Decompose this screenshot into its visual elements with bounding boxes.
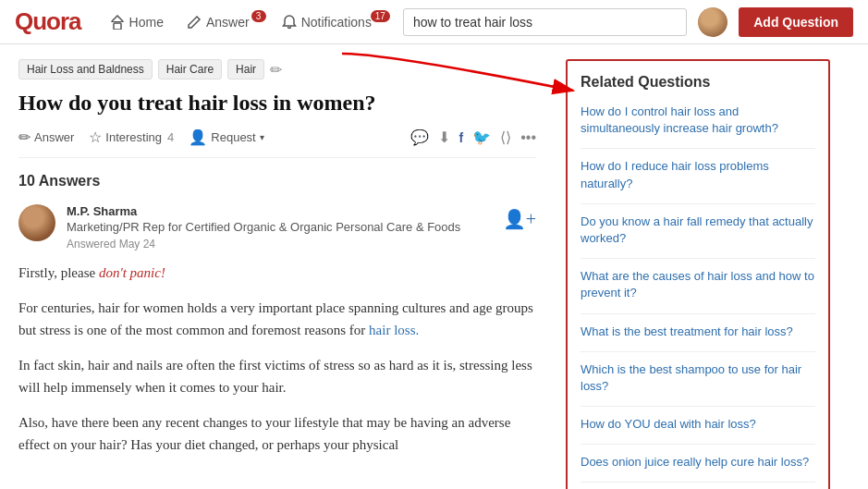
divider-3 bbox=[581, 313, 815, 314]
related-link-1[interactable]: How do I reduce hair loss problems natur… bbox=[581, 158, 815, 191]
nav-home-label: Home bbox=[129, 15, 164, 30]
logo[interactable]: Quora bbox=[15, 7, 81, 36]
nav-bar: Home Answer 3 Notifications 17 bbox=[100, 8, 392, 36]
follow-icon[interactable]: 👤+ bbox=[503, 208, 536, 251]
svg-rect-1 bbox=[114, 23, 121, 30]
answer-para-0: Firstly, please don't panic! bbox=[18, 262, 536, 284]
divider-0 bbox=[581, 148, 815, 149]
related-item-1: How do I reduce hair loss problems natur… bbox=[581, 158, 815, 191]
breadcrumb-item-2[interactable]: Hair bbox=[227, 59, 264, 79]
divider-5 bbox=[581, 406, 815, 407]
answerer-name[interactable]: M.P. Sharma bbox=[67, 204, 492, 220]
request-icon: 👤 bbox=[189, 128, 207, 146]
related-item-7: Does onion juice really help cure hair l… bbox=[581, 454, 815, 471]
answerer-bio: Marketing/PR Rep for Certified Organic &… bbox=[67, 220, 492, 236]
related-link-0[interactable]: How do I control hair loss and simultane… bbox=[581, 104, 815, 137]
answer-action-label: Answer bbox=[34, 130, 74, 144]
divider-4 bbox=[581, 351, 815, 352]
share-icon[interactable]: ⟨⟩ bbox=[500, 128, 511, 146]
main-layout: Hair Loss and Baldness Hair Care Hair ✏ … bbox=[0, 44, 868, 489]
header: Quora Home Answer 3 bbox=[0, 0, 868, 44]
related-item-0: How do I control hair loss and simultane… bbox=[581, 104, 815, 137]
request-action[interactable]: 👤 Request ▾ bbox=[189, 128, 263, 146]
request-dropdown-icon: ▾ bbox=[260, 132, 264, 142]
home-icon bbox=[109, 14, 126, 31]
nav-notifications[interactable]: Notifications 17 bbox=[272, 8, 392, 36]
related-item-4: What is the best treatment for hair loss… bbox=[581, 324, 815, 340]
add-question-button[interactable]: Add Question bbox=[739, 7, 853, 37]
answer-action[interactable]: ✏ Answer bbox=[18, 128, 74, 146]
breadcrumb-edit-icon[interactable]: ✏ bbox=[270, 61, 282, 79]
star-icon: ☆ bbox=[89, 128, 102, 146]
question-title: How do you treat hair loss in women? bbox=[18, 89, 536, 117]
nav-home[interactable]: Home bbox=[100, 8, 173, 36]
nav-answer-label: Answer bbox=[206, 15, 250, 30]
divider-1 bbox=[581, 203, 815, 204]
answer-para-2: In fact skin, hair and nails are often t… bbox=[18, 354, 536, 398]
breadcrumb: Hair Loss and Baldness Hair Care Hair ✏ bbox=[18, 59, 536, 79]
related-item-6: How do YOU deal with hair loss? bbox=[581, 416, 815, 433]
search-input[interactable] bbox=[403, 8, 687, 36]
facebook-icon[interactable]: f bbox=[459, 130, 464, 145]
social-icons: 💬 ⬇ f 🐦 ⟨⟩ ••• bbox=[410, 128, 536, 146]
divider-6 bbox=[581, 444, 815, 445]
action-bar: ✏ Answer ☆ Interesting 4 👤 Request ▾ 💬 ⬇… bbox=[18, 128, 536, 158]
answer-text: Firstly, please don't panic! For centuri… bbox=[18, 262, 536, 456]
avatar[interactable] bbox=[698, 7, 727, 37]
interesting-label: Interesting bbox=[105, 130, 162, 144]
avatar-image bbox=[698, 7, 727, 37]
svg-rect-0 bbox=[111, 21, 124, 22]
related-link-3[interactable]: What are the causes of hair loss and how… bbox=[581, 268, 815, 301]
interesting-count: 4 bbox=[167, 130, 174, 144]
hair-loss-link-1[interactable]: hair loss. bbox=[369, 323, 419, 337]
answer-para-3: Also, have there been any recent changes… bbox=[18, 411, 536, 456]
answer-item: M.P. Sharma Marketing/PR Rep for Certifi… bbox=[18, 204, 536, 251]
related-link-6[interactable]: How do YOU deal with hair loss? bbox=[581, 416, 815, 433]
twitter-icon[interactable]: 🐦 bbox=[472, 128, 491, 146]
divider-7 bbox=[581, 482, 815, 483]
breadcrumb-item-0[interactable]: Hair Loss and Baldness bbox=[18, 59, 153, 79]
related-link-2[interactable]: Do you know a hair fall remedy that actu… bbox=[581, 214, 815, 247]
related-link-5[interactable]: Which is the best shampoo to use for hai… bbox=[581, 361, 815, 395]
divider-2 bbox=[581, 258, 815, 259]
answer-meta: M.P. Sharma Marketing/PR Rep for Certifi… bbox=[67, 204, 492, 251]
edit-icon bbox=[186, 14, 202, 31]
interesting-action[interactable]: ☆ Interesting 4 bbox=[89, 128, 174, 146]
answer-para-1: For centuries, hair for women holds a ve… bbox=[18, 297, 536, 341]
sidebar: Related Questions How do I control hair … bbox=[555, 44, 841, 489]
answerer-avatar bbox=[18, 204, 55, 241]
related-questions-title: Related Questions bbox=[581, 74, 815, 91]
answer-action-icon: ✏ bbox=[18, 128, 31, 146]
nav-answer[interactable]: Answer 3 bbox=[177, 8, 268, 36]
breadcrumb-item-1[interactable]: Hair Care bbox=[158, 59, 222, 79]
related-item-3: What are the causes of hair loss and how… bbox=[581, 268, 815, 301]
downvote-icon[interactable]: ⬇ bbox=[438, 128, 450, 146]
related-item-2: Do you know a hair fall remedy that actu… bbox=[581, 214, 815, 247]
related-link-7[interactable]: Does onion juice really help cure hair l… bbox=[581, 454, 815, 471]
related-link-4[interactable]: What is the best treatment for hair loss… bbox=[581, 324, 815, 340]
related-item-5: Which is the best shampoo to use for hai… bbox=[581, 361, 815, 395]
highlight-dont-panic: don't panic! bbox=[99, 265, 165, 280]
related-questions-box: Related Questions How do I control hair … bbox=[566, 59, 830, 489]
content-area: Hair Loss and Baldness Hair Care Hair ✏ … bbox=[0, 44, 555, 489]
nav-notifications-label: Notifications bbox=[301, 15, 372, 30]
notifications-badge: 17 bbox=[371, 10, 390, 22]
answers-count: 10 Answers bbox=[18, 173, 536, 189]
bell-icon bbox=[281, 14, 298, 31]
answer-badge: 3 bbox=[251, 10, 266, 22]
answer-date: Answered May 24 bbox=[67, 238, 492, 251]
comment-icon[interactable]: 💬 bbox=[410, 128, 429, 146]
request-label: Request bbox=[211, 130, 255, 144]
more-icon[interactable]: ••• bbox=[520, 129, 536, 146]
